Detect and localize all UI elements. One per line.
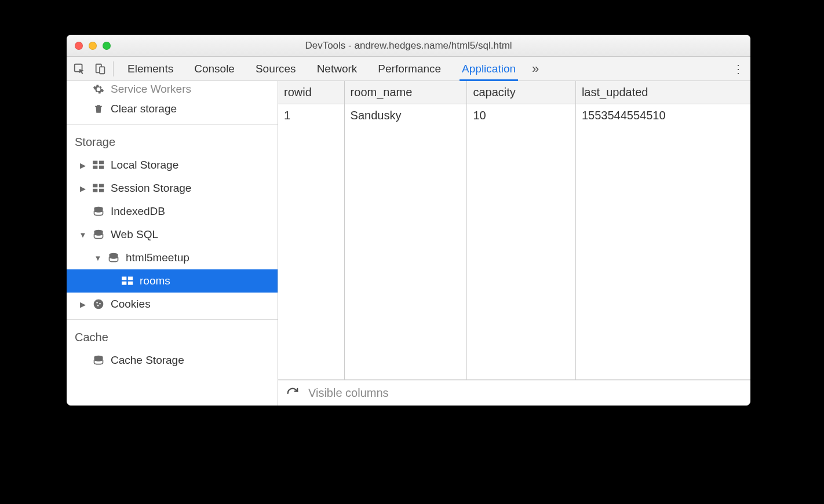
refresh-icon[interactable]	[286, 387, 299, 400]
panel-tabs: Elements Console Sources Network Perform…	[127, 57, 516, 81]
svg-rect-5	[93, 166, 97, 169]
chevron-down-icon: ▼	[79, 231, 86, 239]
svg-rect-14	[122, 277, 126, 280]
data-table: rowid room_name capacity last_updated 1 …	[278, 81, 750, 379]
tab-network[interactable]: Network	[317, 57, 358, 81]
inspect-element-icon[interactable]	[69, 63, 90, 75]
svg-rect-6	[99, 166, 104, 169]
sidebar-item-label: Local Storage	[111, 159, 178, 171]
svg-point-21	[97, 305, 99, 306]
chevron-right-icon: ▶	[79, 161, 86, 170]
table-panel: rowid room_name capacity last_updated 1 …	[278, 81, 750, 406]
table-footer	[278, 380, 750, 406]
section-label: Storage	[75, 136, 115, 149]
column-header[interactable]: room_name	[344, 81, 467, 104]
svg-point-19	[96, 302, 98, 304]
close-window-icon[interactable]	[75, 42, 83, 50]
cell: 1553544554510	[575, 104, 750, 127]
devtools-tabbar: Elements Console Sources Network Perform…	[67, 57, 750, 81]
sidebar-item-database[interactable]: ▼ html5meetup	[67, 246, 278, 269]
table-row[interactable]: 1 Sandusky 10 1553544554510	[278, 104, 750, 127]
column-header[interactable]: last_updated	[575, 81, 750, 104]
devtools-window: DevTools - andrew.hedges.name/html5/sql.…	[67, 35, 750, 406]
grid-icon	[92, 160, 105, 170]
tab-console[interactable]: Console	[194, 57, 235, 81]
cookie-icon	[92, 298, 105, 310]
svg-rect-7	[93, 184, 97, 188]
device-toolbar-icon[interactable]	[90, 63, 111, 75]
sidebar-item-label: Clear storage	[111, 103, 177, 115]
svg-point-18	[94, 300, 104, 309]
svg-rect-9	[93, 189, 97, 192]
section-label: Cache	[75, 331, 108, 344]
table-header-row: rowid room_name capacity last_updated	[278, 81, 750, 104]
titlebar: DevTools - andrew.hedges.name/html5/sql.…	[67, 35, 750, 57]
content: Service Workers Clear storage Storage ▶ …	[67, 81, 750, 406]
table-empty-space	[278, 127, 750, 379]
grid-icon	[121, 276, 134, 286]
divider	[113, 61, 114, 76]
database-icon	[92, 206, 105, 217]
cell: 10	[467, 104, 575, 127]
sidebar-section-storage: Storage	[67, 130, 278, 154]
svg-rect-16	[122, 282, 126, 285]
settings-menu-icon[interactable]: ⋮	[731, 62, 746, 76]
svg-rect-17	[128, 282, 133, 285]
tab-application[interactable]: Application	[462, 57, 516, 81]
sidebar-item-cookies[interactable]: ▶ Cookies	[67, 293, 278, 316]
window-title: DevTools - andrew.hedges.name/html5/sql.…	[67, 40, 750, 52]
sidebar-item-clear-storage[interactable]: Clear storage	[67, 97, 278, 120]
application-sidebar: Service Workers Clear storage Storage ▶ …	[67, 81, 278, 406]
database-icon	[92, 355, 105, 366]
column-header[interactable]: capacity	[467, 81, 575, 104]
more-tabs-icon[interactable]: »	[532, 61, 539, 76]
database-icon	[107, 252, 120, 264]
sidebar-item-indexeddb[interactable]: IndexedDB	[67, 200, 278, 223]
trash-icon	[92, 103, 105, 115]
sidebar-item-label: Cache Storage	[111, 354, 184, 367]
sidebar-item-label: Session Storage	[111, 182, 191, 195]
window-controls	[75, 42, 111, 50]
sidebar-item-label: Cookies	[111, 298, 151, 311]
divider	[67, 124, 278, 125]
sidebar-section-cache: Cache	[67, 326, 278, 349]
svg-point-20	[99, 303, 101, 305]
sidebar-item-service-workers[interactable]: Service Workers	[67, 81, 278, 97]
sidebar-item-websql[interactable]: ▼ Web SQL	[67, 223, 278, 246]
tab-performance[interactable]: Performance	[378, 57, 441, 81]
tab-elements[interactable]: Elements	[127, 57, 173, 81]
chevron-right-icon: ▶	[79, 184, 86, 193]
cell: Sandusky	[344, 104, 467, 127]
divider	[67, 319, 278, 320]
cell: 1	[278, 104, 344, 127]
chevron-right-icon: ▶	[79, 300, 86, 309]
svg-rect-8	[99, 184, 104, 188]
chevron-down-icon: ▼	[94, 254, 101, 262]
gear-icon	[92, 83, 105, 95]
tab-sources[interactable]: Sources	[256, 57, 296, 81]
minimize-window-icon[interactable]	[89, 42, 97, 50]
svg-rect-10	[99, 189, 104, 192]
svg-rect-3	[93, 161, 97, 165]
sidebar-item-table-rooms[interactable]: rooms	[67, 269, 278, 293]
database-icon	[92, 229, 105, 240]
sidebar-item-cache-storage[interactable]: Cache Storage	[67, 349, 278, 372]
sidebar-item-local-storage[interactable]: ▶ Local Storage	[67, 154, 278, 177]
zoom-window-icon[interactable]	[103, 42, 111, 50]
grid-icon	[92, 184, 105, 193]
sidebar-item-label: IndexedDB	[111, 205, 165, 218]
visible-columns-input[interactable]	[308, 386, 742, 400]
sidebar-item-label: rooms	[140, 275, 170, 287]
sidebar-item-label: Service Workers	[111, 83, 191, 96]
svg-rect-2	[100, 67, 104, 74]
column-header[interactable]: rowid	[278, 81, 344, 104]
sidebar-item-label: html5meetup	[126, 251, 189, 264]
svg-rect-15	[128, 277, 133, 280]
svg-rect-4	[99, 161, 104, 165]
table-scroll[interactable]: rowid room_name capacity last_updated 1 …	[278, 81, 750, 380]
sidebar-item-session-storage[interactable]: ▶ Session Storage	[67, 177, 278, 200]
sidebar-item-label: Web SQL	[111, 228, 158, 241]
